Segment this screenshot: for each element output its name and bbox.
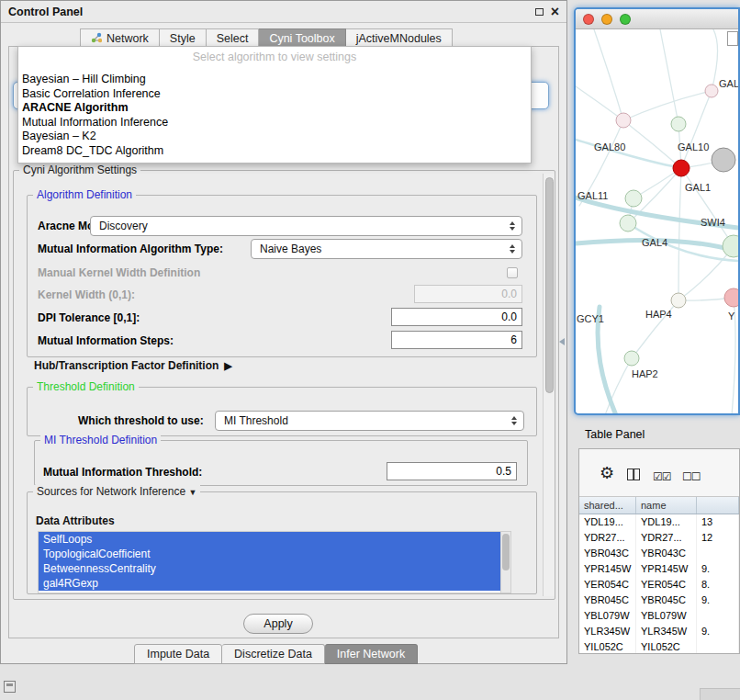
column-header-name[interactable]: name bbox=[636, 497, 697, 514]
tab-infer-network[interactable]: Infer Network bbox=[325, 644, 418, 664]
attribute-list-item[interactable]: TopologicalCoefficient bbox=[39, 547, 500, 561]
node-label: GAL1 bbox=[685, 182, 711, 193]
network-node[interactable] bbox=[620, 215, 636, 231]
restore-panel-icon[interactable] bbox=[4, 681, 16, 693]
table-cell: YBR043C bbox=[579, 546, 636, 561]
algorithm-option[interactable]: Mutual Information Inference bbox=[18, 116, 531, 130]
network-canvas[interactable]: GALGAL80GAL10GAL11GAL1SWI4GAL4GCY1HAP4YH… bbox=[576, 29, 738, 415]
table-row[interactable]: YER054CYER054C8. bbox=[579, 577, 739, 593]
scrollbar-thumb[interactable] bbox=[502, 534, 510, 570]
splitter-collapse-arrow[interactable] bbox=[559, 338, 565, 345]
node-label: GAL10 bbox=[678, 141, 709, 152]
network-edge bbox=[678, 168, 681, 300]
table-cell: YDL19... bbox=[636, 514, 697, 530]
table-cell: YER054C bbox=[636, 577, 697, 593]
columns-icon[interactable] bbox=[627, 469, 640, 480]
algorithm-option[interactable]: Dream8 DC_TDC Algorithm bbox=[18, 144, 531, 159]
algorithm-option[interactable]: Basic Correlation Inference bbox=[18, 87, 531, 102]
settings-scrollbar[interactable] bbox=[543, 174, 555, 596]
network-window-titlebar[interactable] bbox=[576, 9, 738, 29]
list-scrollbar[interactable] bbox=[500, 532, 510, 593]
table-cell: YBR045C bbox=[579, 593, 636, 608]
group-title: Algorithm Definition bbox=[33, 188, 136, 201]
table-row[interactable]: YBR045CYBR045C9. bbox=[579, 593, 739, 608]
mi-algorithm-type-label: Mutual Information Algorithm Type: bbox=[38, 242, 223, 256]
tab-impute-data[interactable]: Impute Data bbox=[134, 644, 222, 664]
network-node[interactable] bbox=[671, 117, 686, 131]
mi-algorithm-type-select[interactable]: Naive Bayes bbox=[251, 239, 522, 259]
tab-discretize-data[interactable]: Discretize Data bbox=[222, 644, 325, 664]
sources-group-title[interactable]: Sources for Network Inference ▼ bbox=[33, 485, 200, 498]
network-node[interactable] bbox=[712, 148, 735, 172]
network-scroll-corner bbox=[727, 31, 738, 46]
which-threshold-select[interactable]: MI Threshold bbox=[215, 411, 524, 431]
algorithm-option[interactable]: Bayesian – K2 bbox=[18, 130, 531, 144]
table-cell: YBL079W bbox=[579, 608, 636, 624]
table-header: shared... name bbox=[579, 497, 739, 514]
data-attributes-label: Data Attributes bbox=[36, 514, 115, 527]
table-row[interactable]: YPR145WYPR145W9. bbox=[579, 561, 739, 577]
mi-steps-field[interactable]: 6 bbox=[391, 331, 522, 349]
table-cell: 9. bbox=[697, 593, 739, 608]
hub-definition-toggle[interactable]: Hub/Transcription Factor Definition ▶ bbox=[34, 359, 232, 372]
network-edge bbox=[605, 358, 632, 415]
node-label: GAL80 bbox=[594, 141, 625, 152]
kernel-width-field: 0.0 bbox=[414, 285, 522, 303]
dpi-tolerance-field[interactable]: 0.0 bbox=[391, 308, 522, 326]
aracne-mode-select[interactable]: Discovery bbox=[90, 216, 522, 236]
table-row[interactable]: YBR043CYBR043C bbox=[579, 546, 739, 561]
select-all-checkboxes-icon[interactable]: ☑☑ bbox=[653, 469, 671, 484]
attribute-list-item[interactable]: gal4RGexp bbox=[39, 576, 500, 591]
table-cell: 9. bbox=[697, 561, 739, 577]
attribute-list-item[interactable]: SelfLoops bbox=[39, 532, 500, 547]
data-attributes-list[interactable]: SelfLoopsTopologicalCoefficientBetweenne… bbox=[38, 531, 511, 593]
algorithm-option[interactable]: Bayesian – Hill Climbing bbox=[18, 73, 531, 87]
apply-button[interactable]: Apply bbox=[243, 614, 313, 634]
table-cell: YBR043C bbox=[636, 546, 697, 561]
table-row[interactable]: YDL19...YDL19...13 bbox=[579, 514, 739, 530]
table-cell: YLR345W bbox=[579, 624, 636, 639]
table-row[interactable]: YIL052CYIL052C bbox=[579, 639, 739, 654]
gear-icon[interactable]: ⚙ bbox=[600, 466, 614, 480]
zoom-traffic-light-icon[interactable] bbox=[620, 14, 631, 25]
network-tab-icon bbox=[91, 32, 102, 46]
network-node[interactable] bbox=[671, 293, 686, 308]
dropdown-arrows-icon bbox=[510, 244, 515, 254]
table-cell bbox=[697, 546, 739, 561]
column-header-shared-name[interactable]: shared... bbox=[579, 497, 636, 514]
close-icon[interactable]: × bbox=[551, 6, 559, 18]
node-label: GAL4 bbox=[642, 237, 667, 248]
table-row[interactable]: YBL079WYBL079W bbox=[579, 608, 739, 624]
mi-steps-label: Mutual Information Steps: bbox=[38, 333, 174, 348]
dropdown-arrows-icon bbox=[511, 416, 517, 425]
network-edge bbox=[576, 86, 623, 120]
network-node[interactable] bbox=[673, 160, 690, 176]
clear-all-checkboxes-icon[interactable]: ☐☐ bbox=[682, 469, 701, 484]
table-row[interactable]: YDR27...YDR27...12 bbox=[579, 530, 739, 546]
column-header-extra[interactable] bbox=[697, 497, 739, 514]
mi-threshold-field[interactable]: 0.5 bbox=[387, 462, 517, 480]
network-node[interactable] bbox=[723, 235, 738, 257]
network-node[interactable] bbox=[724, 288, 738, 307]
close-traffic-light-icon[interactable] bbox=[583, 14, 594, 25]
mi-algorithm-type-value: Naive Bayes bbox=[260, 243, 321, 255]
table-cell: 13 bbox=[697, 514, 739, 530]
network-node[interactable] bbox=[705, 85, 718, 97]
network-edge bbox=[712, 29, 718, 91]
table-row[interactable]: YLR345WYLR345W9. bbox=[579, 624, 739, 639]
table-cell: YDR27... bbox=[579, 530, 636, 546]
algorithm-option[interactable]: ARACNE Algorithm bbox=[18, 101, 531, 116]
node-label: HAP2 bbox=[632, 368, 658, 379]
network-node[interactable] bbox=[616, 113, 631, 128]
network-node[interactable] bbox=[624, 351, 639, 366]
resize-grip-area bbox=[700, 688, 740, 700]
kernel-width-label: Kernel Width (0,1): bbox=[38, 288, 135, 302]
network-node[interactable] bbox=[625, 190, 642, 207]
minimize-traffic-light-icon[interactable] bbox=[601, 14, 612, 25]
attribute-list-item[interactable]: BetweennessCentrality bbox=[39, 561, 500, 576]
float-window-icon[interactable] bbox=[535, 8, 544, 16]
network-edge bbox=[681, 91, 712, 168]
network-edge bbox=[594, 29, 623, 120]
collapse-right-icon: ▶ bbox=[224, 360, 231, 372]
scrollbar-thumb[interactable] bbox=[545, 177, 554, 393]
